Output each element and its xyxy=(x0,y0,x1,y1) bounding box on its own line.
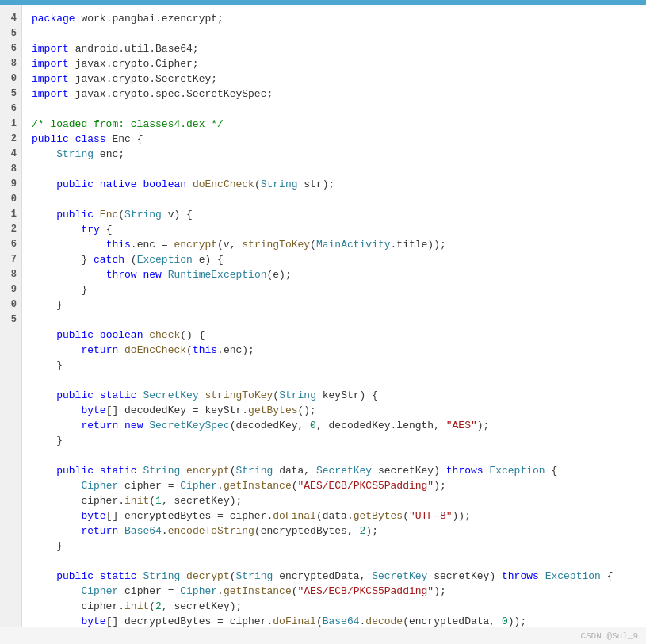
code-line: this.enc = encrypt(v, stringToKey(MainAc… xyxy=(32,237,636,252)
code-line: import javax.crypto.Cipher; xyxy=(32,56,636,71)
code-line xyxy=(32,554,636,569)
code-line: return doEncCheck(this.enc); xyxy=(32,343,636,358)
code-line: } xyxy=(32,297,636,312)
bottom-bar: CSDN @Sol_9 xyxy=(0,627,646,644)
line-number: 7 xyxy=(6,252,17,267)
code-line: } xyxy=(32,539,636,554)
line-number: 1 xyxy=(6,117,17,132)
code-line xyxy=(32,102,636,117)
code-line: throw new RuntimeException(e); xyxy=(32,267,636,282)
code-line: String enc; xyxy=(32,147,636,162)
code-area: 456805612489012678905 package work.pangb… xyxy=(0,5,646,627)
line-number: 4 xyxy=(6,11,17,26)
code-line: public static String encrypt(String data… xyxy=(32,463,636,478)
code-content[interactable]: package work.pangbai.ezencrypt; import a… xyxy=(22,5,646,627)
line-numbers: 456805612489012678905 xyxy=(0,5,22,627)
code-line xyxy=(32,448,636,463)
line-number: 0 xyxy=(6,297,17,312)
line-number: 4 xyxy=(6,147,17,162)
code-line: byte[] decodedKey = keyStr.getBytes(); xyxy=(32,403,636,418)
code-line: } xyxy=(32,433,636,448)
line-number: 2 xyxy=(6,222,17,237)
code-line: byte[] encryptedBytes = cipher.doFinal(d… xyxy=(32,508,636,523)
line-number: 5 xyxy=(6,86,17,102)
code-line: } xyxy=(32,358,636,373)
code-line xyxy=(32,26,636,41)
code-line: Cipher cipher = Cipher.getInstance("AES/… xyxy=(32,584,636,599)
code-line: public static String decrypt(String encr… xyxy=(32,569,636,584)
line-number: 9 xyxy=(6,177,17,192)
line-number: 1 xyxy=(6,207,17,222)
line-number: 8 xyxy=(6,56,17,71)
code-line: public class Enc { xyxy=(32,132,636,147)
line-number: 8 xyxy=(6,162,17,177)
code-line: public native boolean doEncCheck(String … xyxy=(32,177,636,192)
code-line xyxy=(32,162,636,177)
code-line: import javax.crypto.SecretKey; xyxy=(32,71,636,86)
code-line: cipher.init(2, secretKey); xyxy=(32,599,636,614)
code-line: Cipher cipher = Cipher.getInstance("AES/… xyxy=(32,478,636,493)
line-number: 0 xyxy=(6,192,17,207)
watermark: CSDN @Sol_9 xyxy=(580,631,638,641)
line-number: 2 xyxy=(6,132,17,147)
code-line xyxy=(32,373,636,388)
code-line: import android.util.Base64; xyxy=(32,41,636,56)
line-number: 9 xyxy=(6,282,17,297)
code-line: public static SecretKey stringToKey(Stri… xyxy=(32,388,636,403)
code-line: public Enc(String v) { xyxy=(32,207,636,222)
line-number: 6 xyxy=(6,237,17,252)
code-line xyxy=(32,192,636,207)
line-number: 5 xyxy=(6,312,17,328)
editor-container: 456805612489012678905 package work.pangb… xyxy=(0,0,646,644)
code-line: return new SecretKeySpec(decodedKey, 0, … xyxy=(32,418,636,433)
code-line: } catch (Exception e) { xyxy=(32,252,636,267)
code-line: import javax.crypto.spec.SecretKeySpec; xyxy=(32,86,636,102)
code-line: package work.pangbai.ezencrypt; xyxy=(32,11,636,26)
code-line: return Base64.encodeToString(encryptedBy… xyxy=(32,523,636,539)
code-line xyxy=(32,312,636,328)
code-line: /* loaded from: classes4.dex */ xyxy=(32,117,636,132)
code-line: } xyxy=(32,282,636,297)
code-line: try { xyxy=(32,222,636,237)
line-number: 5 xyxy=(6,26,17,41)
code-line: cipher.init(1, secretKey); xyxy=(32,493,636,508)
line-number: 6 xyxy=(6,41,17,56)
code-line: byte[] decryptedBytes = cipher.doFinal(B… xyxy=(32,614,636,627)
line-number: 8 xyxy=(6,267,17,282)
code-line: public boolean check() { xyxy=(32,328,636,343)
line-number: 0 xyxy=(6,71,17,86)
line-number: 6 xyxy=(6,102,17,117)
